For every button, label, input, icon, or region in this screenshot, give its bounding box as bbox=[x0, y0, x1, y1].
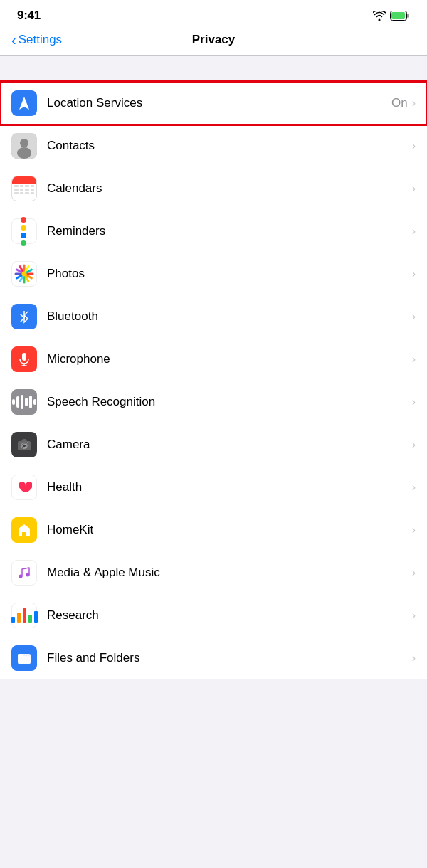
settings-row-homekit[interactable]: HomeKit› bbox=[0, 509, 427, 551]
microphone-icon bbox=[11, 346, 37, 372]
status-icons bbox=[373, 11, 410, 21]
settings-row-camera[interactable]: Camera› bbox=[0, 423, 427, 466]
chevron-icon: › bbox=[412, 652, 416, 665]
svg-rect-1 bbox=[391, 12, 405, 19]
battery-icon bbox=[390, 11, 410, 21]
svg-point-26 bbox=[19, 575, 23, 578]
row-label-microphone: Microphone bbox=[47, 352, 412, 366]
chevron-icon: › bbox=[412, 139, 416, 152]
back-button[interactable]: ‹ Settings bbox=[11, 32, 62, 48]
svg-point-24 bbox=[23, 444, 26, 448]
files-icon bbox=[11, 645, 37, 671]
chevron-icon: › bbox=[412, 396, 416, 408]
settings-row-calendars[interactable]: Calendars› bbox=[0, 167, 427, 210]
reminders-icon bbox=[11, 218, 37, 244]
chevron-icon: › bbox=[412, 268, 416, 280]
nav-bar: ‹ Settings Privacy bbox=[0, 28, 427, 56]
page-title: Privacy bbox=[192, 33, 236, 47]
research-icon bbox=[11, 603, 37, 628]
status-time: 9:41 bbox=[17, 9, 41, 23]
row-label-health: Health bbox=[47, 480, 412, 494]
row-label-speech-recognition: Speech Recognition bbox=[47, 395, 412, 409]
back-chevron-icon: ‹ bbox=[11, 32, 16, 48]
settings-row-reminders[interactable]: Reminders› bbox=[0, 210, 427, 253]
settings-row-contacts[interactable]: Contacts› bbox=[0, 125, 427, 167]
row-label-photos: Photos bbox=[47, 267, 412, 281]
homekit-icon bbox=[11, 517, 37, 543]
row-label-location-services: Location Services bbox=[47, 96, 391, 110]
camera-icon bbox=[11, 432, 37, 457]
status-bar: 9:41 bbox=[0, 0, 427, 28]
settings-row-photos[interactable]: Photos› bbox=[0, 253, 427, 295]
chevron-icon: › bbox=[412, 438, 416, 451]
wifi-icon bbox=[373, 11, 386, 21]
settings-row-bluetooth[interactable]: Bluetooth› bbox=[0, 295, 427, 338]
row-label-media-apple-music: Media & Apple Music bbox=[47, 566, 412, 580]
settings-row-health[interactable]: Health› bbox=[0, 466, 427, 509]
chevron-icon: › bbox=[412, 524, 416, 536]
chevron-icon: › bbox=[412, 182, 416, 195]
svg-point-25 bbox=[27, 442, 28, 443]
chevron-icon: › bbox=[412, 353, 416, 366]
bluetooth-icon bbox=[11, 304, 37, 329]
settings-row-media-apple-music[interactable]: Media & Apple Music› bbox=[0, 551, 427, 594]
chevron-icon: › bbox=[412, 481, 416, 494]
chevron-icon: › bbox=[412, 97, 416, 110]
chevron-icon: › bbox=[412, 609, 416, 622]
row-label-contacts: Contacts bbox=[47, 139, 412, 153]
svg-point-5 bbox=[17, 147, 31, 159]
speech-icon bbox=[11, 389, 37, 415]
settings-row-speech-recognition[interactable]: Speech Recognition› bbox=[0, 381, 427, 423]
svg-rect-2 bbox=[407, 14, 409, 18]
row-label-homekit: HomeKit bbox=[47, 523, 412, 537]
svg-rect-19 bbox=[22, 353, 26, 361]
chevron-icon: › bbox=[412, 566, 416, 579]
health-icon bbox=[11, 475, 37, 500]
row-label-bluetooth: Bluetooth bbox=[47, 309, 412, 324]
chevron-icon: › bbox=[412, 225, 416, 238]
section-spacer bbox=[0, 56, 427, 82]
contacts-icon bbox=[11, 133, 37, 159]
row-value-location-services: On bbox=[391, 96, 408, 110]
photos-icon bbox=[11, 261, 37, 287]
settings-row-location-services[interactable]: Location ServicesOn› bbox=[0, 82, 427, 125]
calendars-icon bbox=[11, 176, 37, 201]
back-label: Settings bbox=[19, 33, 62, 47]
row-label-calendars: Calendars bbox=[47, 181, 412, 196]
svg-point-4 bbox=[20, 139, 28, 147]
settings-row-files-and-folders[interactable]: Files and Folders› bbox=[0, 637, 427, 679]
settings-row-microphone[interactable]: Microphone› bbox=[0, 338, 427, 381]
location-icon bbox=[11, 90, 37, 116]
svg-point-18 bbox=[22, 272, 27, 277]
row-label-files-and-folders: Files and Folders bbox=[47, 651, 412, 665]
settings-row-research[interactable]: Research› bbox=[0, 594, 427, 637]
music-icon bbox=[11, 560, 37, 586]
svg-rect-30 bbox=[18, 656, 31, 664]
chevron-icon: › bbox=[412, 310, 416, 323]
row-label-research: Research bbox=[47, 608, 412, 623]
svg-point-27 bbox=[26, 573, 30, 577]
row-label-reminders: Reminders bbox=[47, 224, 412, 238]
settings-list: Location ServicesOn› Contacts› Calendars… bbox=[0, 82, 427, 679]
row-label-camera: Camera bbox=[47, 438, 412, 452]
